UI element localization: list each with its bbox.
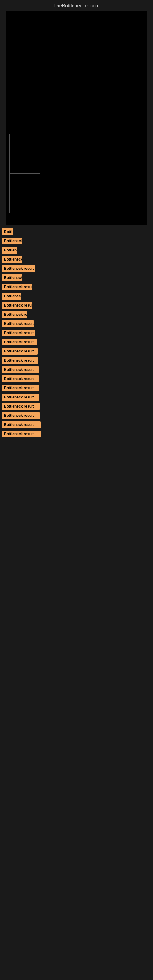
list-item: Bottleneck result bbox=[2, 403, 151, 410]
list-item: Bottleneck result bbox=[2, 348, 151, 355]
results-section: Bottleneck resultBottleneck resultBottle… bbox=[0, 225, 153, 443]
list-item: Bottleneck result bbox=[2, 274, 151, 281]
bottleneck-badge: Bottleneck result bbox=[2, 256, 22, 263]
list-item: Bottleneck result bbox=[2, 375, 151, 382]
bottleneck-badge: Bottleneck result bbox=[2, 366, 39, 373]
list-item: Bottleneck result bbox=[2, 247, 151, 254]
list-item: Bottleneck result bbox=[2, 302, 151, 309]
list-item: Bottleneck result bbox=[2, 385, 151, 391]
bottleneck-badge: Bottleneck result bbox=[2, 431, 41, 438]
bottleneck-badge: Bottleneck result bbox=[2, 422, 41, 428]
list-item: Bottleneck result bbox=[2, 311, 151, 318]
list-item: Bottleneck result bbox=[2, 366, 151, 373]
list-item: Bottleneck result bbox=[2, 229, 151, 235]
bottleneck-badge: Bottleneck result bbox=[2, 375, 39, 382]
bottleneck-badge: Bottleneck result bbox=[2, 302, 32, 309]
bottleneck-badge: Bottleneck result bbox=[2, 320, 34, 327]
bottleneck-badge: Bottleneck result bbox=[2, 394, 40, 401]
bottleneck-badge: Bottleneck result bbox=[2, 238, 22, 244]
list-item: Bottleneck result bbox=[2, 394, 151, 401]
bottleneck-badge: Bottleneck result bbox=[2, 274, 22, 281]
list-item: Bottleneck result bbox=[2, 320, 151, 327]
list-item: Bottleneck result bbox=[2, 339, 151, 345]
list-item: Bottleneck result bbox=[2, 256, 151, 263]
list-item: Bottleneck result bbox=[2, 431, 151, 438]
bottleneck-badge: Bottleneck result bbox=[2, 339, 37, 345]
bottleneck-badge: Bottleneck result bbox=[2, 229, 13, 235]
list-item: Bottleneck result bbox=[2, 412, 151, 419]
bottleneck-badge: Bottleneck result bbox=[2, 357, 38, 364]
bottleneck-badge: Bottleneck result bbox=[2, 283, 32, 290]
bottleneck-badge: Bottleneck result bbox=[2, 412, 40, 419]
bottleneck-badge: Bottleneck result bbox=[2, 348, 38, 355]
bottleneck-badge: Bottleneck result bbox=[2, 329, 35, 336]
axis-line-bottom bbox=[9, 173, 40, 174]
chart-area bbox=[6, 11, 147, 225]
list-item: Bottleneck result bbox=[2, 238, 151, 244]
list-item: Bottleneck result bbox=[2, 265, 151, 272]
bottleneck-badge: Bottleneck result bbox=[2, 403, 40, 410]
list-item: Bottleneck result bbox=[2, 422, 151, 428]
bottleneck-badge: Bottleneck result bbox=[2, 247, 18, 254]
list-item: Bottleneck result bbox=[2, 283, 151, 290]
list-item: Bottleneck result bbox=[2, 329, 151, 336]
bottleneck-badge: Bottleneck result bbox=[2, 293, 21, 299]
site-title: TheBottlenecker.com bbox=[0, 0, 153, 11]
bottleneck-badge: Bottleneck result bbox=[2, 265, 35, 272]
bottleneck-badge: Bottleneck result bbox=[2, 311, 27, 318]
bottleneck-badge: Bottleneck result bbox=[2, 385, 40, 391]
list-item: Bottleneck result bbox=[2, 357, 151, 364]
list-item: Bottleneck result bbox=[2, 293, 151, 299]
